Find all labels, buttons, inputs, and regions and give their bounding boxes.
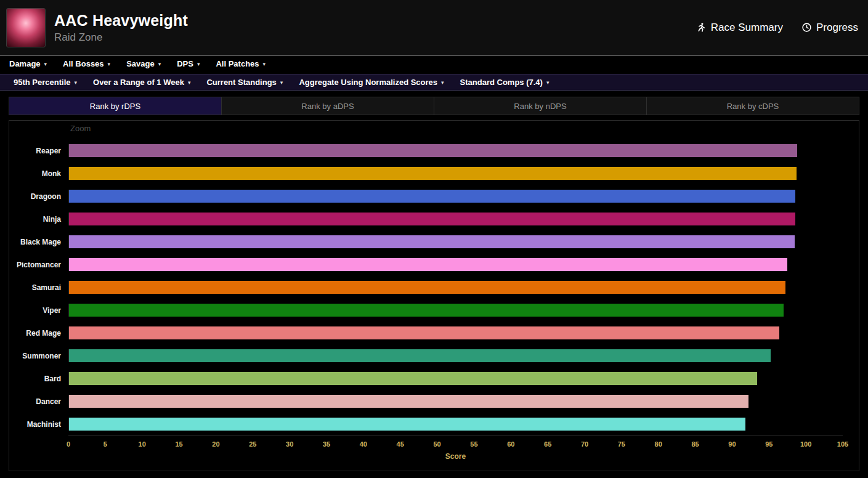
category-label-samurai[interactable]: Samurai xyxy=(9,283,68,292)
bar-dragoon[interactable] xyxy=(69,190,795,203)
bar-track xyxy=(68,144,843,157)
x-tick-label: 100 xyxy=(800,440,811,448)
chevron-down-icon: ▾ xyxy=(108,61,111,67)
x-axis-title: Score xyxy=(68,452,843,461)
bar-track xyxy=(68,372,843,385)
bosses-dropdown[interactable]: All Bosses ▾ xyxy=(55,55,118,72)
x-tick-label: 70 xyxy=(581,440,588,448)
bar-machinist[interactable] xyxy=(69,418,745,431)
bar-bard[interactable] xyxy=(69,372,757,385)
bar-row: Reaper xyxy=(9,139,859,162)
category-label-ninja[interactable]: Ninja xyxy=(9,215,68,224)
x-tick-label: 15 xyxy=(175,440,182,448)
difficulty-dropdown-label: Savage xyxy=(126,59,155,68)
category-label-reaper[interactable]: Reaper xyxy=(9,147,68,155)
chevron-down-icon: ▾ xyxy=(75,79,78,86)
chevron-down-icon: ▾ xyxy=(188,79,191,86)
difficulty-dropdown[interactable]: Savage ▾ xyxy=(118,55,169,72)
damage-dropdown[interactable]: Damage ▾ xyxy=(1,55,55,72)
bar-row: Monk xyxy=(9,162,859,185)
x-tick-label: 55 xyxy=(470,440,477,448)
x-tick-label: 45 xyxy=(397,440,404,448)
category-label-pictomancer[interactable]: Pictomancer xyxy=(9,261,68,269)
x-tick-label: 30 xyxy=(286,440,293,448)
bar-track xyxy=(68,418,843,431)
bar-summoner[interactable] xyxy=(69,349,771,362)
x-tick-label: 80 xyxy=(655,440,662,448)
bar-row: Samurai xyxy=(9,276,859,299)
tab-rank-cdps[interactable]: Rank by cDPS xyxy=(647,97,859,115)
x-tick-label: 50 xyxy=(433,440,440,448)
bar-track xyxy=(68,235,843,248)
bar-viper[interactable] xyxy=(69,304,784,317)
bar-track xyxy=(68,326,843,339)
damage-dropdown-label: Damage xyxy=(9,59,41,68)
chevron-down-icon: ▾ xyxy=(280,79,283,86)
bar-ninja[interactable] xyxy=(69,213,795,225)
bar-row: Red Mage xyxy=(9,322,859,344)
range-dropdown-label: Over a Range of 1 Week xyxy=(93,78,184,87)
bar-track xyxy=(68,395,843,408)
aggregation-dropdown-label: Aggregate Using Normalized Scores xyxy=(299,78,437,87)
comps-dropdown[interactable]: Standard Comps (7.4) ▾ xyxy=(452,75,558,90)
bar-row: Machinist xyxy=(9,413,859,435)
race-summary-link[interactable]: Race Summary xyxy=(696,22,783,34)
x-tick-label: 20 xyxy=(212,440,219,448)
bar-samurai[interactable] xyxy=(69,281,785,294)
bar-red-mage[interactable] xyxy=(69,326,779,339)
x-axis: 0510152025303540455055606570758085909510… xyxy=(68,435,843,449)
bar-reaper[interactable] xyxy=(69,144,797,157)
bar-track xyxy=(68,190,843,203)
patches-dropdown-label: All Patches xyxy=(216,59,259,68)
bar-dancer[interactable] xyxy=(69,395,748,408)
category-label-dancer[interactable]: Dancer xyxy=(9,397,68,406)
x-tick-label: 75 xyxy=(618,440,625,448)
page-title: AAC Heavyweight xyxy=(54,12,188,30)
category-label-viper[interactable]: Viper xyxy=(9,306,68,315)
bar-row: Black Mage xyxy=(9,230,859,253)
race-summary-label: Race Summary xyxy=(711,22,783,34)
x-tick-label: 25 xyxy=(249,440,256,448)
percentile-dropdown[interactable]: 95th Percentile ▾ xyxy=(6,75,85,90)
standings-dropdown[interactable]: Current Standings ▾ xyxy=(198,75,291,90)
metric-dropdown[interactable]: DPS ▾ xyxy=(169,55,208,72)
page: { "header": { "title": "AAC Heavyweight"… xyxy=(0,0,868,478)
zone-thumbnail xyxy=(6,8,46,47)
x-tick-label: 65 xyxy=(544,440,551,448)
primary-filter-bar: Damage ▾ All Bosses ▾ Savage ▾ DPS ▾ All… xyxy=(0,55,868,72)
range-dropdown[interactable]: Over a Range of 1 Week ▾ xyxy=(85,75,198,90)
tab-rank-adps[interactable]: Rank by aDPS xyxy=(222,97,434,115)
chevron-down-icon: ▾ xyxy=(158,61,161,67)
chevron-down-icon: ▾ xyxy=(441,79,444,86)
category-label-bard[interactable]: Bard xyxy=(9,375,68,383)
category-label-red-mage[interactable]: Red Mage xyxy=(9,329,68,338)
category-label-monk[interactable]: Monk xyxy=(9,169,68,178)
patches-dropdown[interactable]: All Patches ▾ xyxy=(208,55,274,72)
bar-row: Summoner xyxy=(9,344,859,367)
tab-rank-rdps[interactable]: Rank by rDPS xyxy=(9,97,222,115)
plot-area: ReaperMonkDragoonNinjaBlack MagePictoman… xyxy=(9,139,859,435)
runner-icon xyxy=(696,22,707,33)
progress-label: Progress xyxy=(816,22,858,34)
aggregation-dropdown[interactable]: Aggregate Using Normalized Scores ▾ xyxy=(291,75,452,90)
progress-icon xyxy=(801,22,812,33)
bar-row: Dragoon xyxy=(9,185,859,208)
bar-track xyxy=(68,304,843,317)
tab-rank-ndps[interactable]: Rank by nDPS xyxy=(434,97,647,115)
category-label-black-mage[interactable]: Black Mage xyxy=(9,238,68,246)
percentile-dropdown-label: 95th Percentile xyxy=(14,78,71,87)
bar-pictomancer[interactable] xyxy=(69,258,787,271)
secondary-filter-bar: 95th Percentile ▾ Over a Range of 1 Week… xyxy=(0,74,868,91)
progress-link[interactable]: Progress xyxy=(801,22,858,34)
bar-track xyxy=(68,281,843,294)
comps-dropdown-label: Standard Comps (7.4) xyxy=(460,78,543,87)
chevron-down-icon: ▾ xyxy=(263,61,266,67)
category-label-machinist[interactable]: Machinist xyxy=(9,420,68,429)
bar-track xyxy=(68,167,843,180)
x-tick-label: 0 xyxy=(67,440,70,448)
category-label-summoner[interactable]: Summoner xyxy=(9,352,68,360)
category-label-dragoon[interactable]: Dragoon xyxy=(9,192,68,201)
bar-monk[interactable] xyxy=(69,167,797,180)
bar-black-mage[interactable] xyxy=(69,235,795,248)
bar-row: Pictomancer xyxy=(9,253,859,276)
